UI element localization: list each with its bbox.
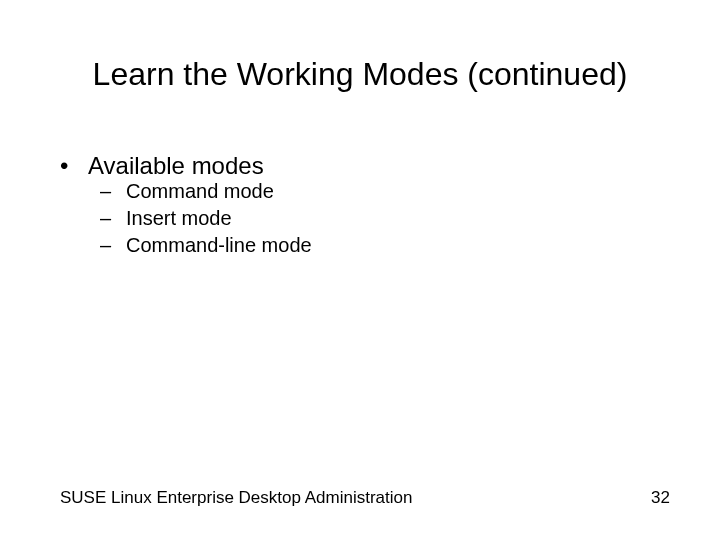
slide-title: Learn the Working Modes (continued) [0,56,720,93]
list-item: – Command-line mode [100,234,660,257]
dash-icon: – [100,234,126,257]
bullet-label: Command-line mode [126,234,312,257]
list-item: – Command mode [100,180,660,203]
slide-body: • Available modes – Command mode – Inser… [60,152,660,271]
slide: Learn the Working Modes (continued) • Av… [0,0,720,540]
bullet-level-2: – Command mode – Insert mode – Command-l… [100,180,660,257]
page-number: 32 [651,488,670,508]
footer-text: SUSE Linux Enterprise Desktop Administra… [60,488,412,508]
bullet-label: Available modes [88,152,264,180]
bullet-level-1: • Available modes – Command mode – Inser… [60,152,660,257]
list-item: – Insert mode [100,207,660,230]
list-item: • Available modes [60,152,660,180]
bullet-icon: • [60,154,88,178]
bullet-label: Insert mode [126,207,232,230]
dash-icon: – [100,207,126,230]
bullet-label: Command mode [126,180,274,203]
dash-icon: – [100,180,126,203]
